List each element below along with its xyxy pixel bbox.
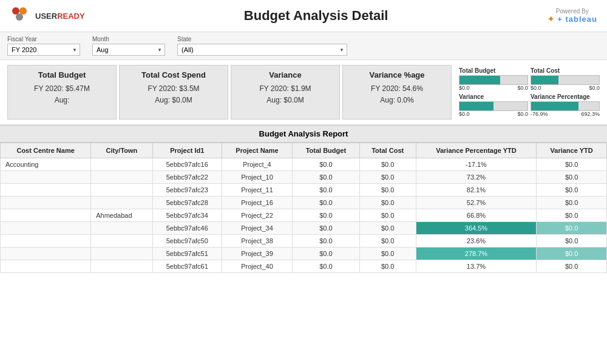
logo-text: USERREADY [35,12,85,21]
table-cell-4-2: 5ebbc97afc34 [152,209,222,222]
mini-chart-2: Variance $0.0 $0.0 [459,93,528,117]
kpi-card-title-1: Total Cost Spend [126,70,222,79]
table-row: Ahmedabad5ebbc97afc34Project_22$0.0$0.06… [1,209,607,222]
mini-chart-bar-container-2 [459,101,528,111]
table-header-row: Cost Centre NameCity/TownProject Id1Proj… [1,143,607,158]
table-cell-6-3: Project_38 [222,235,293,248]
mini-chart-bar-0 [459,76,500,84]
table-cell-1-7: $0.0 [537,171,607,184]
fiscal-year-select[interactable]: FY 2020 [7,44,80,56]
kpi-card-value-1: FY 2020: $3.5MAug: $0.0M [126,83,222,106]
table-row: 5ebbc97afc50Project_38$0.0$0.023.6%$0.0 [1,235,607,248]
table-cell-1-1 [91,171,152,184]
table-row: 5ebbc97afc46Project_34$0.0$0.0364.5%$0.0 [1,222,607,235]
table-cell-2-6: 82.1% [416,184,537,197]
mini-chart-title-1: Total Cost [531,67,600,74]
mini-chart-bar-container-3 [531,101,600,111]
table-cell-1-0 [1,171,91,184]
table-cell-8-5: $0.0 [359,260,416,273]
kpi-card-2: Variance FY 2020: $1.9MAug: $0.0M [231,65,340,120]
table-cell-1-3: Project_10 [222,171,293,184]
table-cell-7-7: $0.0 [537,248,607,260]
col-header-6: Variance Percentage YTD [416,143,537,158]
kpi-card-title-3: Variance %age [349,70,445,79]
table-cell-2-1 [91,184,152,197]
svg-point-0 [12,7,19,15]
state-wrapper[interactable]: (All) [177,44,347,56]
table-cell-7-6: 278.7% [416,248,537,260]
mini-chart-0: Total Budget $0.0 $0.0 [459,67,528,91]
table-cell-0-6: -17.1% [416,158,537,171]
table-cell-1-2: 5ebbc97afc22 [152,171,222,184]
table-cell-2-5: $0.0 [359,184,416,197]
state-label: State [177,36,347,42]
table-cell-4-0 [1,209,91,222]
table-cell-7-2: 5ebbc97afc51 [152,248,222,260]
table-cell-2-4: $0.0 [292,184,359,197]
table-cell-6-0 [1,235,91,248]
table-section[interactable]: Budget Analysis Report Cost Centre NameC… [0,125,607,301]
table-cell-6-1 [91,235,152,248]
mini-chart-labels-1: $0.0 $0.0 [531,85,600,91]
table-cell-5-4: $0.0 [292,222,359,235]
table-cell-6-6: 23.6% [416,235,537,248]
fiscal-year-wrapper[interactable]: FY 2020 [7,44,80,56]
table-cell-1-6: 73.2% [416,171,537,184]
table-row: 5ebbc97afc23Project_11$0.0$0.082.1%$0.0 [1,184,607,197]
table-cell-8-6: 13.7% [416,260,537,273]
table-cell-2-0 [1,184,91,197]
filters-bar: Fiscal Year FY 2020 Month Aug State (All… [0,32,607,60]
col-header-1: City/Town [91,143,152,158]
table-cell-0-1 [91,158,152,171]
svg-point-2 [16,13,23,21]
mini-chart-bar-1 [531,76,558,84]
table-cell-5-3: Project_34 [222,222,293,235]
table-row: Accounting5ebbc97afc16Project_4$0.0$0.0-… [1,158,607,171]
table-cell-8-0 [1,260,91,273]
state-select[interactable]: (All) [177,44,347,56]
mini-chart-title-2: Variance [459,93,528,100]
table-cell-8-1 [91,260,152,273]
table-cell-8-3: Project_40 [222,260,293,273]
mini-chart-bar-2 [459,102,493,110]
mini-chart-labels-2: $0.0 $0.0 [459,111,528,117]
month-select[interactable]: Aug [92,44,165,56]
kpi-section: Total Budget FY 2020: $5.47MAug: Total C… [0,60,607,125]
mini-chart-bar-container-0 [459,75,528,85]
table-cell-3-4: $0.0 [292,197,359,209]
header: USERREADY Budget Analysis Detail Powered… [0,0,607,32]
kpi-cards: Total Budget FY 2020: $5.47MAug: Total C… [7,65,454,120]
table-cell-3-5: $0.0 [359,197,416,209]
table-cell-5-6: 364.5% [416,222,537,235]
kpi-card-title-2: Variance [237,70,333,79]
mini-chart-3: Variance Percentage -76.9% 692.3% [531,93,600,117]
filter-state: State (All) [177,36,347,56]
table-cell-0-7: $0.0 [537,158,607,171]
table-cell-4-3: Project_22 [222,209,293,222]
table-cell-7-5: $0.0 [359,248,416,260]
table-row: 5ebbc97afc28Project_16$0.0$0.052.7%$0.0 [1,197,607,209]
mini-chart-title-3: Variance Percentage [531,93,600,100]
table-row: 5ebbc97afc51Project_39$0.0$0.0278.7%$0.0 [1,248,607,260]
table-cell-8-4: $0.0 [292,260,359,273]
col-header-4: Total Budget [292,143,359,158]
col-header-5: Total Cost [359,143,416,158]
col-header-3: Project Name [222,143,293,158]
table-cell-0-3: Project_4 [222,158,293,171]
powered-by: Powered By ✦ + tableau [548,8,597,24]
table-cell-2-3: Project_11 [222,184,293,197]
table-cell-7-4: $0.0 [292,248,359,260]
logo: USERREADY [10,5,85,27]
mini-chart-labels-0: $0.0 $0.0 [459,85,528,91]
table-cell-6-7: $0.0 [537,235,607,248]
month-wrapper[interactable]: Aug [92,44,165,56]
mini-chart-labels-3: -76.9% 692.3% [531,111,600,117]
table-cell-5-7: $0.0 [537,222,607,235]
table-cell-0-5: $0.0 [359,158,416,171]
table-cell-1-4: $0.0 [292,171,359,184]
mini-chart-title-0: Total Budget [459,67,528,74]
filter-fiscal-year: Fiscal Year FY 2020 [7,36,80,56]
table-cell-6-2: 5ebbc97afc50 [152,235,222,248]
table-cell-5-5: $0.0 [359,222,416,235]
table-cell-4-4: $0.0 [292,209,359,222]
